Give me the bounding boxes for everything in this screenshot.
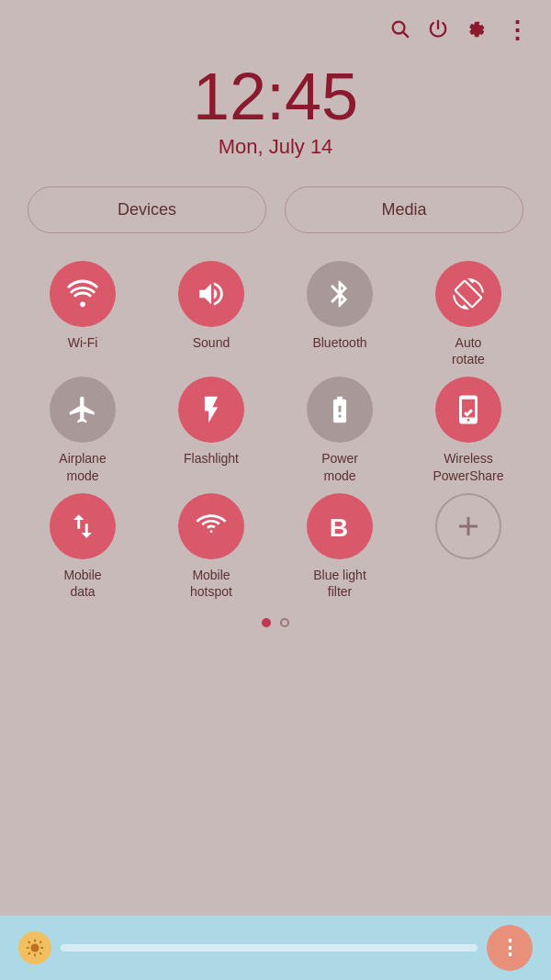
qs-item-sound[interactable]: Sound	[147, 261, 276, 367]
wifi-icon-circle	[50, 261, 116, 327]
sound-icon-circle	[178, 261, 244, 327]
wireless-share-label: WirelessPowerShare	[433, 450, 503, 483]
airplane-icon-circle	[50, 377, 116, 443]
qs-item-flashlight[interactable]: Flashlight	[147, 377, 276, 483]
svg-text:B: B	[330, 513, 348, 542]
qs-item-wireless-share[interactable]: WirelessPowerShare	[404, 377, 533, 483]
sound-label: Sound	[193, 334, 230, 351]
brightness-track[interactable]	[61, 944, 478, 952]
auto-rotate-icon-circle	[435, 261, 501, 327]
page-dots	[0, 618, 551, 627]
device-media-row: Devices Media	[28, 186, 523, 233]
auto-rotate-label: Autorotate	[452, 334, 485, 367]
flashlight-label: Flashlight	[184, 450, 239, 467]
blue-light-filter-label: Blue lightfilter	[313, 567, 366, 600]
mobile-data-label: Mobiledata	[63, 567, 101, 600]
bottom-bar-menu-icon[interactable]: ⋮	[487, 925, 533, 971]
brightness-sun-icon	[18, 931, 51, 964]
svg-point-3	[30, 943, 39, 952]
qs-item-add[interactable]	[404, 493, 533, 600]
mobile-hotspot-label: Mobilehotspot	[190, 567, 232, 600]
clock-time: 12:45	[193, 63, 358, 130]
brightness-bar[interactable]: ⋮	[0, 916, 551, 980]
settings-icon[interactable]	[467, 18, 487, 44]
svg-line-9	[39, 952, 41, 954]
bluetooth-label: Bluetooth	[312, 334, 366, 351]
qs-item-wifi[interactable]: Wi-Fi	[18, 261, 147, 367]
svg-line-10	[28, 952, 30, 954]
power-mode-label: Powermode	[321, 450, 358, 483]
more-menu-icon[interactable]: ⋮	[505, 17, 529, 45]
svg-line-8	[28, 941, 30, 943]
clock-date: Mon, July 14	[219, 135, 333, 159]
bluetooth-icon-circle	[307, 261, 373, 327]
flashlight-icon-circle	[178, 377, 244, 443]
qs-item-mobile-hotspot[interactable]: Mobilehotspot	[147, 493, 276, 600]
top-bar: ⋮	[0, 0, 551, 54]
clock-section: 12:45 Mon, July 14	[0, 63, 551, 159]
wifi-label: Wi-Fi	[68, 334, 98, 351]
power-icon[interactable]	[428, 18, 448, 44]
media-button[interactable]: Media	[285, 186, 523, 233]
search-icon[interactable]	[389, 18, 410, 44]
devices-button[interactable]: Devices	[28, 186, 266, 233]
airplane-mode-label: Airplanemode	[59, 450, 106, 483]
qs-item-blue-light-filter[interactable]: B Blue lightfilter	[276, 493, 404, 600]
qs-item-bluetooth[interactable]: Bluetooth	[276, 261, 404, 367]
blue-light-icon-circle: B	[307, 493, 373, 559]
qs-item-airplane-mode[interactable]: Airplanemode	[18, 377, 147, 483]
svg-line-11	[39, 941, 41, 943]
svg-line-1	[403, 32, 408, 37]
qs-item-mobile-data[interactable]: Mobiledata	[18, 493, 147, 600]
brightness-bar-right: ⋮	[487, 925, 533, 971]
page-dot-2[interactable]	[280, 618, 289, 627]
mobile-hotspot-icon-circle	[178, 493, 244, 559]
add-icon-circle	[435, 493, 501, 559]
qs-item-auto-rotate[interactable]: Autorotate	[404, 261, 533, 367]
power-mode-icon-circle	[307, 377, 373, 443]
mobile-data-icon-circle	[50, 493, 116, 559]
qs-item-power-mode[interactable]: Powermode	[276, 377, 404, 483]
wireless-share-icon-circle	[435, 377, 501, 443]
page-dot-1[interactable]	[262, 618, 271, 627]
quick-settings-grid: Wi-Fi Sound Bluetooth Autorotate Airplan…	[0, 261, 551, 600]
